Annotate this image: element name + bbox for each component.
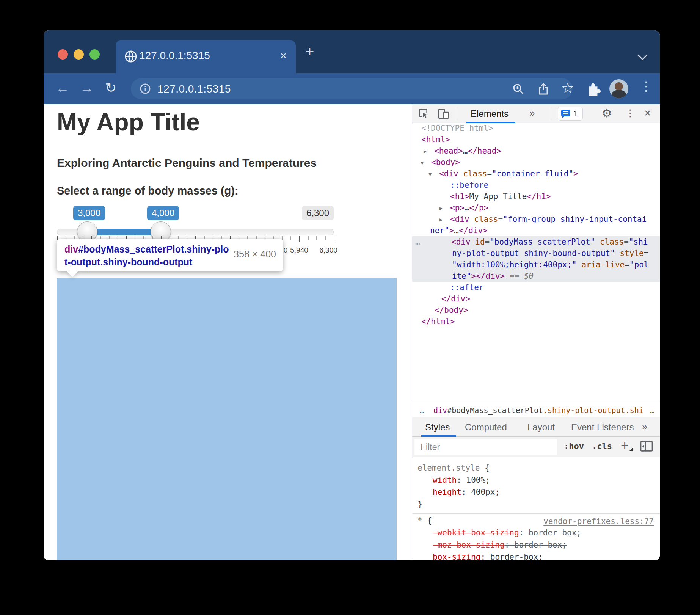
dom-tree-line[interactable]: ▶<div class="form-group shiny-input-cont… [412, 213, 660, 225]
toggle-class-button[interactable]: .cls [592, 441, 612, 451]
breadcrumb-selected-node[interactable]: div#bodyMass_scatterPlot.shiny-plot-outp… [433, 403, 643, 417]
styles-tab-computed[interactable]: Computed [465, 422, 507, 433]
zoom-icon[interactable] [512, 83, 525, 96]
browser-tab[interactable]: 127.0.0.1:5315 × [116, 40, 296, 73]
styles-filter-row: Filter :hov .cls + [412, 437, 660, 457]
browser-titlebar: 127.0.0.1:5315 × + [44, 30, 660, 73]
dom-tree-line[interactable]: ite"></div> == $0 [412, 270, 660, 282]
browser-menu-icon[interactable]: ⋮ [640, 78, 653, 94]
devtools-menu-icon[interactable]: ⋮ [625, 107, 635, 119]
breadcrumb-overflow-right[interactable]: … [650, 403, 654, 417]
more-panels-chevron[interactable]: » [529, 107, 535, 119]
site-info-icon[interactable] [139, 83, 151, 95]
stylesheet-link[interactable]: vendor-prefixes.less:77 [543, 515, 654, 527]
dom-tree-line[interactable]: </html> [412, 316, 660, 327]
toolbar-divider [551, 107, 551, 120]
dom-tree-line[interactable]: ::after [412, 282, 660, 293]
devtools-close-icon[interactable]: × [644, 107, 651, 119]
slider-from-value[interactable]: 3,000 [73, 206, 105, 220]
dom-tree-line[interactable]: ▶<p>…</p> [412, 202, 660, 213]
styles-filter-input[interactable]: Filter [414, 439, 557, 455]
css-property[interactable]: -webkit-box-sizing: border-box; [417, 527, 660, 539]
collapse-arrow-icon[interactable]: ▼ [428, 168, 432, 180]
dom-tree-line[interactable]: <!DOCTYPE html> [412, 122, 660, 134]
console-issues-badge[interactable]: 1 [558, 107, 583, 121]
style-rule[interactable]: element.style {width: 100%;height: 400px… [412, 461, 660, 514]
breadcrumb-overflow-left[interactable]: … [420, 403, 424, 417]
tab-title: 127.0.0.1:5315 [139, 50, 210, 62]
dom-tree-line[interactable]: </body> [412, 304, 660, 316]
address-bar[interactable]: 127.0.0.1:5315 ☆ [131, 78, 573, 99]
dom-tree: <!DOCTYPE html><html>▶<head>…</head>▼<bo… [412, 122, 660, 327]
slider-max-value: 6,300 [302, 206, 334, 220]
slider-grid-label: 5,940 [290, 246, 308, 254]
slider-tick [282, 236, 283, 240]
browser-window: 127.0.0.1:5315 × + ← → ↻ 127.0.0.1:5315 [44, 30, 660, 560]
browser-toolbar: ← → ↻ 127.0.0.1:5315 ☆ [44, 73, 660, 105]
profile-avatar[interactable] [609, 79, 628, 98]
tab-close-icon[interactable]: × [280, 49, 287, 63]
dom-tree-line[interactable]: ::before [412, 179, 660, 191]
style-rule[interactable]: * {vendor-prefixes.less:77-webkit-box-si… [412, 514, 660, 560]
macos-minimize-button[interactable] [74, 49, 84, 60]
css-property[interactable]: height: 400px; [417, 486, 660, 498]
tab-elements[interactable]: Elements [471, 108, 509, 119]
dom-tree-line[interactable]: …<div id="bodyMass_scatterPlot" class="s… [412, 236, 660, 248]
dom-tree-line[interactable]: ▼<div class="container-fluid"> [412, 168, 660, 179]
expand-arrow-icon[interactable]: ▶ [424, 146, 427, 157]
toggle-hover-state-button[interactable]: :hov [564, 441, 584, 451]
style-rules-list: element.style {width: 100%;height: 400px… [412, 461, 660, 560]
css-property[interactable]: width: 100%; [417, 474, 660, 486]
styles-tab-layout[interactable]: Layout [527, 422, 555, 433]
slider-tick [290, 236, 291, 240]
extensions-puzzle-icon[interactable] [585, 81, 601, 97]
slider-selected-range[interactable] [87, 229, 161, 235]
reload-button[interactable]: ↻ [105, 80, 116, 96]
macos-zoom-button[interactable] [89, 49, 100, 60]
slider-tick [325, 236, 326, 240]
expand-arrow-icon[interactable]: ▶ [439, 214, 443, 225]
forward-button[interactable]: → [80, 80, 94, 96]
tooltip-tag-name: div [64, 244, 78, 254]
dom-tree-line[interactable]: </div> [412, 293, 660, 304]
styles-pane-tabs: » StylesComputedLayoutEvent Listeners [412, 417, 660, 437]
slider-grid-label: 6,300 [319, 246, 337, 254]
styles-more-tabs-chevron[interactable]: » [642, 421, 647, 433]
tooltip-selector-line1: #bodyMass_scatterPlot.shiny-pl [78, 244, 223, 254]
tree-overflow-icon[interactable]: … [415, 236, 420, 248]
dom-tree-line[interactable]: ▶<head>…</head> [412, 145, 660, 157]
collapse-arrow-icon[interactable]: ▼ [421, 157, 424, 168]
screenshot-stage: 127.0.0.1:5315 × + ← → ↻ 127.0.0.1:5315 [0, 0, 700, 615]
dom-tree-line[interactable]: ny-plot-output shiny-bound-output" style… [412, 248, 660, 259]
toolbar-divider [457, 107, 457, 120]
devtools-settings-gear-icon[interactable]: ⚙ [602, 107, 612, 120]
dom-tree-line[interactable]: <html> [412, 134, 660, 145]
issue-count: 1 [573, 109, 578, 119]
page-title: My App Title [57, 108, 200, 136]
issue-bubble-icon [561, 110, 570, 116]
dom-tree-line[interactable]: <h1>My App Title</h1> [412, 191, 660, 202]
expand-arrow-icon[interactable]: ▶ [439, 202, 443, 214]
globe-icon [123, 49, 138, 64]
styles-tab-event-listeners[interactable]: Event Listeners [571, 422, 634, 433]
device-toolbar-icon[interactable] [437, 108, 450, 120]
macos-close-button[interactable] [58, 49, 68, 60]
toggle-sidebar-icon[interactable] [640, 441, 653, 452]
inspect-element-icon[interactable] [417, 108, 430, 120]
share-icon[interactable] [537, 83, 550, 96]
new-style-rule-button[interactable]: + [621, 438, 629, 453]
back-button[interactable]: ← [56, 80, 69, 96]
inspect-tooltip: div#bodyMass_scatterPlot.shiny-plot-outp… [57, 239, 283, 271]
styles-tab-styles[interactable]: Styles [425, 422, 450, 433]
dom-tree-line[interactable]: ▼<body> [412, 157, 660, 168]
css-property[interactable]: -moz-box-sizing: border-box; [417, 539, 660, 551]
css-property[interactable]: box-sizing: border-box; [417, 551, 660, 560]
url-text[interactable]: 127.0.0.1:5315 [157, 83, 231, 95]
new-tab-button[interactable]: + [305, 44, 314, 59]
dom-tree-line[interactable]: ner">…</div> [412, 225, 660, 236]
slider-to-value[interactable]: 4,000 [147, 206, 179, 220]
tab-search-chevron-icon[interactable] [637, 50, 648, 60]
element-highlight-overlay [57, 278, 397, 560]
bookmark-star-icon[interactable]: ☆ [561, 80, 574, 96]
dom-tree-line[interactable]: "width:100%;height:400px;" aria-live="po… [412, 259, 660, 270]
